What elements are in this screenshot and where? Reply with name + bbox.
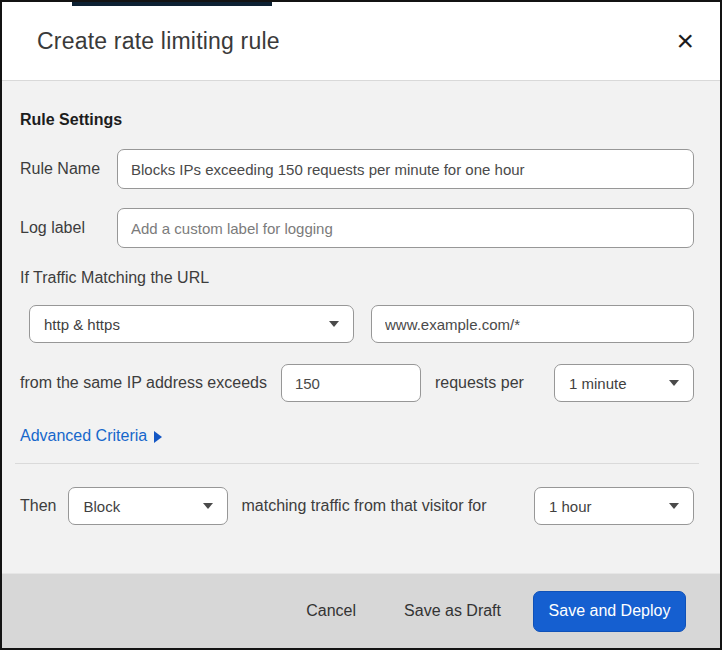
chevron-down-icon bbox=[669, 503, 679, 509]
traffic-match-heading: If Traffic Matching the URL bbox=[20, 269, 694, 287]
duration-select-value: 1 hour bbox=[549, 498, 592, 515]
advanced-criteria-label: Advanced Criteria bbox=[20, 427, 147, 445]
advanced-criteria-link[interactable]: Advanced Criteria bbox=[20, 427, 162, 445]
dialog-footer: Cancel Save as Draft Save and Deploy bbox=[2, 573, 720, 648]
cancel-button[interactable]: Cancel bbox=[302, 594, 360, 628]
expand-right-arrow-icon bbox=[154, 431, 162, 443]
threshold-row: from the same IP address exceeds request… bbox=[20, 364, 694, 402]
duration-select[interactable]: 1 hour bbox=[534, 487, 694, 525]
action-select-value: Block bbox=[83, 498, 120, 515]
then-label: Then bbox=[20, 497, 56, 515]
close-icon[interactable]: × bbox=[674, 26, 696, 56]
log-label-label: Log label bbox=[20, 219, 117, 237]
save-and-deploy-button[interactable]: Save and Deploy bbox=[533, 591, 686, 632]
scheme-select-value: http & https bbox=[44, 316, 120, 333]
log-label-input[interactable] bbox=[117, 208, 694, 248]
chevron-down-icon bbox=[669, 380, 679, 386]
request-count-input[interactable] bbox=[281, 364, 421, 402]
page-title: Create rate limiting rule bbox=[37, 28, 674, 55]
log-label-row: Log label bbox=[20, 208, 694, 248]
dialog-body: Rule Settings Rule Name Log label If Tra… bbox=[2, 81, 720, 573]
dialog-header: Create rate limiting rule × bbox=[2, 2, 720, 81]
period-select-value: 1 minute bbox=[569, 375, 627, 392]
requests-per-label: requests per bbox=[435, 374, 524, 392]
chevron-down-icon bbox=[329, 321, 339, 327]
action-row: Then Block matching traffic from that vi… bbox=[20, 487, 694, 525]
threshold-prefix-label: from the same IP address exceeds bbox=[20, 374, 267, 392]
rule-name-row: Rule Name bbox=[20, 149, 694, 189]
rule-settings-heading: Rule Settings bbox=[20, 111, 694, 129]
section-divider bbox=[15, 463, 699, 464]
url-match-row: http & https bbox=[29, 305, 694, 343]
action-select[interactable]: Block bbox=[68, 487, 228, 525]
action-middle-label: matching traffic from that visitor for bbox=[241, 497, 486, 515]
url-pattern-input[interactable] bbox=[371, 305, 694, 343]
period-select[interactable]: 1 minute bbox=[554, 364, 694, 402]
create-rate-limiting-rule-dialog: Create rate limiting rule × Rule Setting… bbox=[0, 0, 722, 650]
scheme-select[interactable]: http & https bbox=[29, 305, 354, 343]
save-as-draft-button[interactable]: Save as Draft bbox=[400, 594, 505, 628]
background-page-accent-bar bbox=[72, 2, 272, 6]
rule-name-label: Rule Name bbox=[20, 160, 117, 178]
chevron-down-icon bbox=[203, 503, 213, 509]
rule-name-input[interactable] bbox=[117, 149, 694, 189]
